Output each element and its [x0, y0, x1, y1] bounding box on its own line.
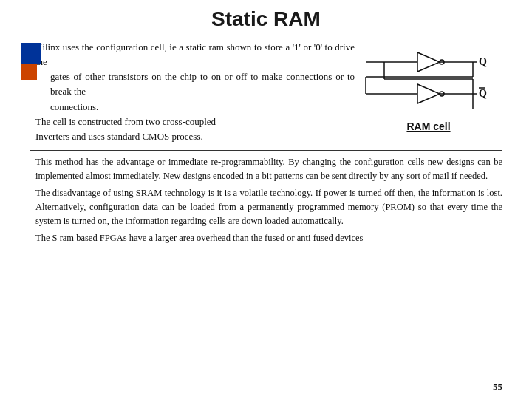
page-title: Static RAM: [30, 7, 502, 31]
body-para2: The disadvantage of using SRAM technolog…: [35, 186, 502, 229]
intro-line3: connections.: [50, 100, 355, 115]
orange-square-decoration: [21, 64, 37, 80]
ram-cell-diagram: Q Q: [355, 33, 502, 144]
svg-text:Q: Q: [479, 56, 487, 67]
page-number: 55: [493, 381, 502, 393]
section-divider: [30, 150, 502, 151]
svg-marker-6: [417, 84, 440, 103]
page: Static RAM Xilinx uses the configuration…: [0, 0, 532, 399]
ram-diagram-svg-container: Q Q: [358, 36, 499, 132]
svg-marker-1: [417, 52, 440, 72]
body-para1: This method has the advantage or immedia…: [35, 155, 502, 184]
intro-line5: Inverters and uses standard CMOS process…: [35, 129, 355, 144]
svg-text:Q: Q: [479, 88, 487, 99]
intro-line2: gates of other transistors on the chip t…: [50, 69, 355, 99]
ram-cell-label: RAM cell: [406, 120, 450, 132]
body-para3: The S ram based FPGAs have a larger area…: [35, 231, 502, 245]
blue-square-decoration: [21, 43, 41, 64]
intro-line1: Xilinx uses the configuration cell, ie a…: [35, 40, 355, 69]
ram-diagram-svg: Q Q: [358, 36, 499, 125]
intro-line4: The cell is constructed from two cross-c…: [35, 115, 355, 129]
